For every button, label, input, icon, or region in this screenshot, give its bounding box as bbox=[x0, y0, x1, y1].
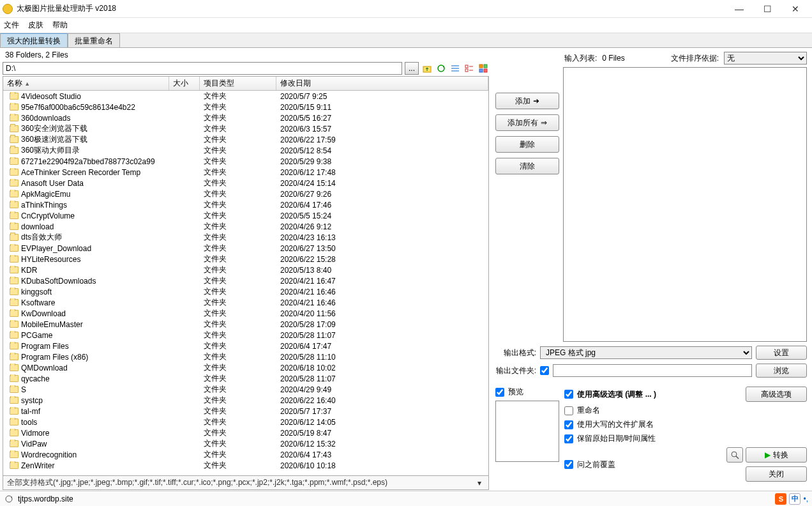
preview-label: 预览 bbox=[508, 387, 523, 397]
table-row[interactable]: Ksoftware文件夹2020/4/21 16:46 bbox=[3, 297, 488, 308]
clear-button[interactable]: 清除 bbox=[495, 158, 559, 174]
table-row[interactable]: tal-mf文件夹2020/5/7 17:37 bbox=[3, 406, 488, 417]
minimize-button[interactable]: — bbox=[725, 0, 753, 18]
tab-batch-convert[interactable]: 强大的批量转换 bbox=[0, 33, 68, 47]
table-row[interactable]: qycache文件夹2020/5/28 11:07 bbox=[3, 373, 488, 384]
folder-icon bbox=[10, 212, 19, 219]
refresh-icon[interactable] bbox=[435, 63, 447, 74]
settings-button[interactable]: 设置 bbox=[756, 346, 807, 360]
upper-ext-label: 使用大写的文件扩展名 bbox=[577, 419, 654, 430]
up-folder-icon[interactable] bbox=[421, 63, 433, 74]
menu-skin[interactable]: 皮肤 bbox=[28, 20, 43, 31]
path-input[interactable] bbox=[3, 62, 402, 75]
tray-ime-icon[interactable]: 中 bbox=[789, 493, 801, 505]
table-row[interactable]: MobileEmuMaster文件夹2020/5/28 17:09 bbox=[3, 319, 488, 330]
table-row[interactable]: KwDownload文件夹2020/4/20 11:56 bbox=[3, 308, 488, 319]
table-row[interactable]: 4Videosoft Studio文件夹2020/5/7 9:25 bbox=[3, 91, 488, 102]
col-name[interactable]: 名称 ▲ bbox=[3, 77, 169, 90]
table-row[interactable]: download文件夹2020/4/26 9:12 bbox=[3, 221, 488, 232]
table-row[interactable]: 360驱动大师目录文件夹2020/5/12 8:54 bbox=[3, 145, 488, 156]
adv-options-button[interactable]: 高级选项 bbox=[746, 387, 807, 402]
upper-ext-checkbox[interactable] bbox=[564, 420, 573, 429]
view-grid-icon[interactable] bbox=[477, 63, 489, 74]
table-row[interactable]: KDubaSoftDownloads文件夹2020/4/21 16:47 bbox=[3, 275, 488, 286]
ask-overwrite-checkbox[interactable] bbox=[564, 460, 573, 469]
formats-dropdown-icon[interactable]: ▾ bbox=[474, 479, 485, 487]
col-date[interactable]: 修改日期 bbox=[276, 77, 488, 90]
status-url: tjtps.wordbp.site bbox=[18, 494, 73, 503]
table-row[interactable]: Vidmore文件夹2020/5/19 8:47 bbox=[3, 427, 488, 438]
table-row[interactable]: PCGame文件夹2020/5/28 11:07 bbox=[3, 330, 488, 341]
table-row[interactable]: dts音效大师文件夹2020/4/23 16:13 bbox=[3, 232, 488, 243]
table-row[interactable]: 360极速浏览器下载文件夹2020/6/22 17:59 bbox=[3, 134, 488, 145]
table-row[interactable]: systcp文件夹2020/6/22 16:40 bbox=[3, 395, 488, 406]
view-details-icon[interactable] bbox=[449, 63, 461, 74]
convert-button[interactable]: ▶转换 bbox=[746, 447, 807, 463]
tray-dots-icon[interactable]: •, bbox=[803, 494, 808, 503]
view-list-icon[interactable] bbox=[463, 63, 475, 74]
browse-output-button[interactable]: 浏览 bbox=[756, 364, 807, 378]
table-row[interactable]: Anasoft User Data文件夹2020/4/24 15:14 bbox=[3, 178, 488, 188]
menu-help[interactable]: 帮助 bbox=[52, 20, 68, 31]
table-row[interactable]: tools文件夹2020/6/12 14:05 bbox=[3, 417, 488, 427]
tab-batch-rename[interactable]: 批量重命名 bbox=[68, 33, 120, 47]
rename-label: 重命名 bbox=[577, 405, 600, 416]
table-row[interactable]: KDR文件夹2020/5/13 8:40 bbox=[3, 264, 488, 275]
col-type[interactable]: 项目类型 bbox=[200, 77, 276, 90]
table-row[interactable]: Program Files (x86)文件夹2020/5/28 11:10 bbox=[3, 351, 488, 362]
sort-label: 文件排序依据: bbox=[671, 53, 719, 64]
tray-sogou-icon[interactable]: S bbox=[775, 493, 786, 505]
table-row[interactable]: AceThinker Screen Recorder Temp文件夹2020/6… bbox=[3, 167, 488, 178]
table-row[interactable]: EVPlayer_Download文件夹2020/6/27 13:50 bbox=[3, 243, 488, 254]
statusbar: tjtps.wordbp.site S 中 •, bbox=[0, 491, 812, 506]
keep-date-checkbox[interactable] bbox=[564, 434, 573, 443]
table-row[interactable]: 67271e22904f92a7bbed788773c02a99文件夹2020/… bbox=[3, 156, 488, 167]
play-icon: ▶ bbox=[765, 450, 771, 459]
maximize-button[interactable]: ☐ bbox=[753, 0, 781, 18]
table-row[interactable]: 360downloads文件夹2020/5/5 16:27 bbox=[3, 112, 488, 123]
table-row[interactable]: Program Files文件夹2020/6/4 17:47 bbox=[3, 341, 488, 351]
input-list[interactable] bbox=[563, 67, 807, 342]
col-size[interactable]: 大小 bbox=[169, 77, 200, 90]
folder-icon bbox=[10, 136, 19, 143]
table-row[interactable]: 95e7f6af000ba6c59c86134e4b22文件夹2020/5/15… bbox=[3, 102, 488, 112]
table-row[interactable]: kinggsoft文件夹2020/4/21 16:46 bbox=[3, 286, 488, 297]
close-button[interactable]: ✕ bbox=[781, 0, 809, 18]
tabs: 强大的批量转换 批量重命名 bbox=[0, 33, 812, 48]
folder-icon bbox=[10, 201, 19, 208]
formats-line[interactable]: 全部支持格式(*.jpg;*.jpe;*.jpeg;*.bmp;*.gif;*.… bbox=[3, 476, 489, 490]
table-row[interactable]: CnCryptVolume文件夹2020/5/5 15:24 bbox=[3, 210, 488, 221]
delete-button[interactable]: 删除 bbox=[495, 136, 559, 153]
table-row[interactable]: ZenWriter文件夹2020/6/10 10:18 bbox=[3, 460, 488, 471]
use-output-folder-checkbox[interactable] bbox=[540, 366, 549, 375]
folder-icon bbox=[10, 364, 19, 371]
add-all-button[interactable]: 添加所有⇒ bbox=[495, 114, 559, 131]
table-row[interactable]: HYLiteResources文件夹2020/6/22 15:28 bbox=[3, 254, 488, 264]
folder-icon bbox=[10, 299, 19, 306]
file-list[interactable]: 4Videosoft Studio文件夹2020/5/7 9:2595e7f6a… bbox=[3, 91, 488, 475]
sort-select[interactable]: 无 bbox=[724, 52, 807, 65]
table-row[interactable]: S文件夹2020/4/29 9:49 bbox=[3, 384, 488, 395]
input-list-count: 0 Files bbox=[602, 54, 624, 63]
add-button[interactable]: 添加➜ bbox=[495, 93, 559, 109]
folder-icon bbox=[10, 353, 19, 360]
table-row[interactable]: QMDownload文件夹2020/6/18 10:02 bbox=[3, 362, 488, 373]
menu-file[interactable]: 文件 bbox=[4, 20, 19, 31]
folder-icon bbox=[10, 245, 19, 252]
table-row[interactable]: Wordrecognition文件夹2020/6/4 17:43 bbox=[3, 449, 488, 460]
rename-checkbox[interactable] bbox=[564, 406, 573, 415]
refresh-status-icon[interactable] bbox=[4, 494, 14, 504]
adv-options-checkbox[interactable] bbox=[564, 390, 573, 399]
output-format-select[interactable]: JPEG 格式 jpg bbox=[540, 346, 752, 359]
output-folder-input[interactable] bbox=[553, 364, 752, 377]
table-row[interactable]: 360安全浏览器下载文件夹2020/6/3 15:57 bbox=[3, 123, 488, 134]
zoom-button[interactable] bbox=[726, 447, 743, 463]
arrow-right-icon: ⇒ bbox=[541, 118, 547, 127]
close-action-button[interactable]: 关闭 bbox=[746, 466, 807, 482]
table-row[interactable]: VidPaw文件夹2020/6/12 15:32 bbox=[3, 438, 488, 449]
table-row[interactable]: ApkMagicEmu文件夹2020/6/27 9:26 bbox=[3, 188, 488, 199]
ask-overwrite-label: 问之前覆盖 bbox=[577, 459, 615, 470]
table-row[interactable]: aThinkThings文件夹2020/6/4 17:46 bbox=[3, 199, 488, 210]
preview-checkbox[interactable] bbox=[495, 388, 504, 397]
browse-path-button[interactable]: ... bbox=[405, 62, 419, 75]
